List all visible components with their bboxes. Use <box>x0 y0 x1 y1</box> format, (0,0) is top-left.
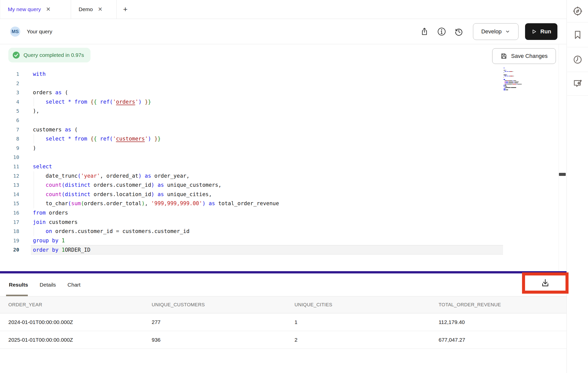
tab-chart[interactable]: Chart <box>67 282 80 288</box>
code-line[interactable]: 9) <box>0 144 503 153</box>
run-label: Run <box>540 28 551 35</box>
table-cell: 2025-01-01T00:00:00.000Z <box>8 337 152 343</box>
close-icon[interactable]: ✕ <box>46 7 51 12</box>
line-number: 2 <box>0 79 19 88</box>
column-header[interactable]: UNIQUE_CITIES <box>295 302 439 308</box>
tab-my-new-query[interactable]: My new query ✕ <box>0 0 71 19</box>
code-line[interactable]: 15 to_char(sum(orders.order_total), '999… <box>0 199 503 208</box>
avatar: MS <box>10 27 20 37</box>
line-number: 16 <box>0 208 19 218</box>
code-text: order by 1ORDER_ID <box>31 245 503 254</box>
tab-label: Demo <box>79 6 93 12</box>
code-text <box>31 79 503 88</box>
code-line[interactable]: 3orders as ( <box>0 88 503 97</box>
query-title: Your query <box>27 29 52 35</box>
scrollbar-thumb[interactable] <box>559 173 566 176</box>
sql-editor[interactable]: Query completed in 0.97s Save Changes 1w… <box>0 44 567 271</box>
editor-tab-bar: My new query ✕ Demo ✕ + <box>0 0 567 19</box>
download-button[interactable] <box>540 278 551 288</box>
table-cell: 2024-01-01T00:00:00.000Z <box>8 319 152 325</box>
code-line[interactable]: 16from orders <box>0 208 503 218</box>
save-changes-button[interactable]: Save Changes <box>492 48 556 64</box>
floppy-icon <box>501 53 507 59</box>
code-line[interactable]: 8 select * from {{ ref('customers') }} <box>0 134 503 144</box>
play-icon <box>531 29 537 34</box>
share-icon[interactable] <box>419 27 429 37</box>
close-icon[interactable]: ✕ <box>98 7 102 12</box>
plus-icon: + <box>123 5 128 14</box>
code-line[interactable]: 1with <box>0 69 503 79</box>
tab-demo[interactable]: Demo ✕ <box>71 0 117 19</box>
info-icon[interactable] <box>437 27 447 37</box>
ai-chat-button[interactable] <box>567 72 588 96</box>
history-icon[interactable] <box>454 27 464 37</box>
scrollbar-track[interactable] <box>559 44 566 271</box>
column-header[interactable]: TOTAL_ORDER_REVENUE <box>439 302 567 308</box>
table-cell: 2 <box>295 337 439 343</box>
column-header[interactable]: UNIQUE_CUSTOMERS <box>152 302 295 308</box>
code-line[interactable]: 10 <box>0 153 503 162</box>
code-text: customers as ( <box>31 125 503 134</box>
code-line[interactable]: 19group by 1 <box>0 236 503 245</box>
panel-resize-divider[interactable] <box>0 271 567 273</box>
line-number: 20 <box>0 245 19 254</box>
right-toolbar <box>567 0 588 373</box>
code-text: with <box>31 69 503 79</box>
chevron-down-icon <box>505 29 510 34</box>
column-header[interactable]: ORDER_YEAR <box>8 302 152 308</box>
code-text: select * from {{ ref('orders') }} <box>31 97 503 107</box>
table-row[interactable]: 2024-01-01T00:00:00.000Z2771112,179.40 <box>0 313 567 331</box>
code-text: count(distinct orders.customer_id) as un… <box>31 180 503 190</box>
code-text: orders as ( <box>31 88 503 97</box>
line-number: 13 <box>0 180 19 190</box>
line-number: 1 <box>0 69 19 79</box>
code-line[interactable]: 17join customers <box>0 218 503 227</box>
line-number: 17 <box>0 218 19 227</box>
app-window: My new query ✕ Demo ✕ + MS Your query <box>0 0 588 373</box>
code-line[interactable]: 12 date_trunc('year', ordered_at) as ord… <box>0 171 503 181</box>
results-table-body: 2024-01-01T00:00:00.000Z2771112,179.4020… <box>0 313 567 349</box>
code-text <box>31 116 503 125</box>
active-tab-indicator <box>6 295 28 296</box>
code-text: group by 1 <box>31 236 503 245</box>
line-number: 19 <box>0 236 19 245</box>
save-label: Save Changes <box>511 53 548 59</box>
code-line[interactable]: 2 <box>0 79 503 88</box>
results-panel: Results Details Chart ORDER_YEARUNIQUE_C… <box>0 273 567 373</box>
code-line[interactable]: 7customers as ( <box>0 125 503 134</box>
code-text: count(distinct orders.location_id) as un… <box>31 190 503 199</box>
code-line[interactable]: 6 <box>0 116 503 125</box>
explore-button[interactable] <box>567 0 588 22</box>
line-number: 12 <box>0 171 19 181</box>
line-number: 8 <box>0 134 19 144</box>
code-line[interactable]: 14 count(distinct orders.location_id) as… <box>0 190 503 199</box>
main-panel: My new query ✕ Demo ✕ + MS Your query <box>0 0 567 373</box>
minimap[interactable] <box>504 67 522 90</box>
code-line[interactable]: 18 on orders.customer_id = customers.cus… <box>0 227 503 236</box>
tab-details[interactable]: Details <box>40 282 56 288</box>
develop-dropdown[interactable]: Develop <box>473 23 518 40</box>
code-line[interactable]: 4 select * from {{ ref('orders') }} <box>0 97 503 107</box>
results-table-header: ORDER_YEARUNIQUE_CUSTOMERSUNIQUE_CITIEST… <box>0 296 567 313</box>
query-status-badge: Query completed in 0.97s <box>8 48 91 62</box>
code-text: date_trunc('year', ordered_at) as order_… <box>31 171 503 181</box>
code-line[interactable]: 11select <box>0 162 503 171</box>
code-text: from orders <box>31 208 503 218</box>
line-number: 18 <box>0 227 19 236</box>
bookmarks-button[interactable] <box>567 22 588 47</box>
code-line[interactable]: 20order by 1ORDER_ID <box>0 245 503 254</box>
recent-history-button[interactable] <box>567 47 588 72</box>
code-text: on orders.customer_id = customers.custom… <box>31 227 503 236</box>
table-row[interactable]: 2025-01-01T00:00:00.000Z9362677,047.27 <box>0 331 567 349</box>
code-text <box>31 153 503 162</box>
line-number: 14 <box>0 190 19 199</box>
compass-icon <box>572 6 583 16</box>
new-tab-button[interactable]: + <box>117 0 134 19</box>
ai-chat-sparkle-icon <box>572 78 583 89</box>
code-line[interactable]: 13 count(distinct orders.customer_id) as… <box>0 180 503 190</box>
results-tab-bar: Results Details Chart <box>0 273 567 296</box>
code-line[interactable]: 5), <box>0 106 503 116</box>
tab-results[interactable]: Results <box>9 282 28 288</box>
run-button[interactable]: Run <box>525 23 557 40</box>
clock-icon <box>573 55 583 65</box>
